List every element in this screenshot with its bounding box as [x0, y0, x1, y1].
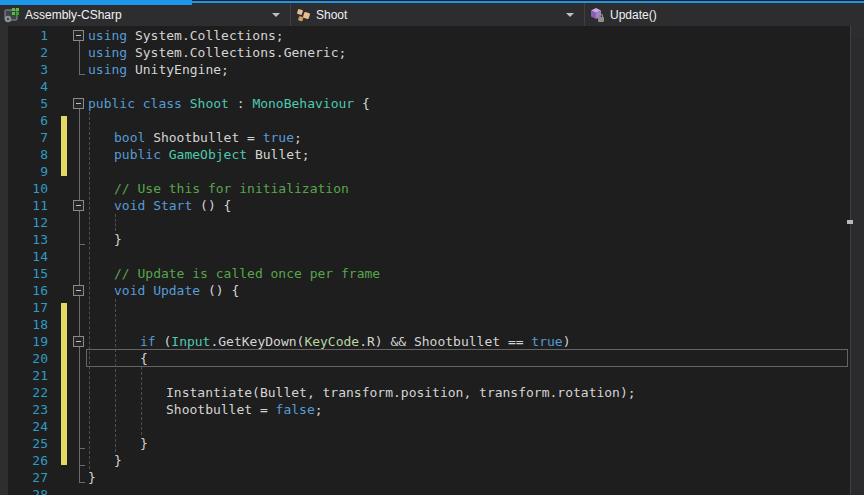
vs-editor-window: Assembly-CSharp Shoot Update()	[0, 0, 864, 495]
code-text: {	[140, 350, 148, 367]
line-number: 27	[8, 469, 48, 486]
code-line[interactable]: 21	[0, 367, 849, 384]
type-dropdown[interactable]: Shoot	[291, 3, 585, 26]
line-number: 16	[8, 282, 48, 299]
line-number: 7	[8, 129, 48, 146]
code-text: using System.Collections;	[88, 27, 284, 44]
code-line[interactable]: 4	[0, 78, 849, 95]
active-tab-indicator	[0, 0, 192, 5]
code-text: void Start () {	[114, 197, 231, 214]
line-number: 11	[8, 197, 48, 214]
code-text: }	[88, 469, 96, 486]
code-line[interactable]: 28	[0, 486, 849, 495]
line-number: 19	[8, 333, 48, 350]
code-line[interactable]: 12	[0, 214, 849, 231]
csharp-project-icon	[4, 7, 20, 23]
line-number: 5	[8, 95, 48, 112]
code-line[interactable]: 6	[0, 112, 849, 129]
code-line[interactable]: 11void Start () {	[0, 197, 849, 214]
line-number: 10	[8, 180, 48, 197]
code-line[interactable]: 26}	[0, 452, 849, 469]
code-text: Instantiate(Bullet, transform.position, …	[166, 384, 636, 401]
code-text: public GameObject Bullet;	[114, 146, 310, 163]
line-number: 23	[8, 401, 48, 418]
method-private-icon	[589, 7, 605, 23]
line-number: 20	[8, 350, 48, 367]
chevron-down-icon[interactable]	[272, 13, 280, 17]
scrollbar-up-arrow[interactable]	[851, 26, 864, 38]
line-number: 14	[8, 248, 48, 265]
line-number: 2	[8, 44, 48, 61]
code-text: using UnityEngine;	[88, 61, 229, 78]
code-line[interactable]: 8public GameObject Bullet;	[0, 146, 849, 163]
code-line[interactable]: 27}	[0, 469, 849, 486]
line-number: 9	[8, 163, 48, 180]
code-line[interactable]: 2using System.Collections.Generic;	[0, 44, 849, 61]
line-number: 8	[8, 146, 48, 163]
line-number: 28	[8, 486, 48, 495]
line-number: 17	[8, 299, 48, 316]
code-line[interactable]: 24	[0, 418, 849, 435]
code-text: }	[140, 435, 148, 452]
line-number: 6	[8, 112, 48, 129]
navigation-bar: Assembly-CSharp Shoot Update()	[0, 3, 864, 26]
code-line[interactable]: 1using System.Collections;	[0, 27, 849, 44]
line-number: 24	[8, 418, 48, 435]
code-text: }	[114, 231, 122, 248]
code-text: void Update () {	[114, 282, 239, 299]
project-dropdown[interactable]: Assembly-CSharp	[0, 3, 291, 26]
project-dropdown-label: Assembly-CSharp	[25, 8, 122, 22]
code-text: bool Shootbullet = true;	[114, 129, 302, 146]
code-line[interactable]: 22Instantiate(Bullet, transform.position…	[0, 384, 849, 401]
code-text: }	[114, 452, 122, 469]
vertical-scrollbar[interactable]	[850, 26, 864, 495]
line-number: 18	[8, 316, 48, 333]
code-line[interactable]: 23Shootbullet = false;	[0, 401, 849, 418]
line-number: 1	[8, 27, 48, 44]
code-line[interactable]: 7bool Shootbullet = true;	[0, 129, 849, 146]
scrollbar-annotation-marker	[847, 220, 853, 224]
line-number: 12	[8, 214, 48, 231]
code-editor[interactable]: 1using System.Collections;2using System.…	[0, 26, 864, 495]
code-line[interactable]: 16void Update () {	[0, 282, 849, 299]
code-line[interactable]: 15// Update is called once per frame	[0, 265, 849, 282]
line-number: 26	[8, 452, 48, 469]
member-dropdown-label: Update()	[610, 8, 657, 22]
code-text: // Update is called once per frame	[114, 265, 380, 282]
chevron-down-icon[interactable]	[566, 13, 574, 17]
line-number: 22	[8, 384, 48, 401]
code-line[interactable]: 20{	[0, 350, 849, 367]
code-line[interactable]: 5public class Shoot : MonoBehaviour {	[0, 95, 849, 112]
class-icon	[295, 7, 311, 23]
code-text: using System.Collections.Generic;	[88, 44, 346, 61]
type-dropdown-label: Shoot	[316, 8, 347, 22]
code-text: // Use this for initialization	[114, 180, 349, 197]
code-line[interactable]: 3using UnityEngine;	[0, 61, 849, 78]
code-line[interactable]: 10// Use this for initialization	[0, 180, 849, 197]
code-text: Shootbullet = false;	[166, 401, 323, 418]
member-dropdown[interactable]: Update()	[585, 3, 864, 26]
line-number: 25	[8, 435, 48, 452]
code-text: public class Shoot : MonoBehaviour {	[88, 95, 370, 112]
code-line[interactable]: 14	[0, 248, 849, 265]
code-line[interactable]: 18	[0, 316, 849, 333]
code-line[interactable]: 19if (Input.GetKeyDown(KeyCode.R) && Sho…	[0, 333, 849, 350]
line-number: 3	[8, 61, 48, 78]
code-line[interactable]: 17	[0, 299, 849, 316]
code-line[interactable]: 13}	[0, 231, 849, 248]
code-line[interactable]: 25}	[0, 435, 849, 452]
line-number: 21	[8, 367, 48, 384]
code-text: if (Input.GetKeyDown(KeyCode.R) && Shoot…	[140, 333, 571, 350]
line-number: 15	[8, 265, 48, 282]
line-number: 4	[8, 78, 48, 95]
code-line[interactable]: 9	[0, 163, 849, 180]
line-number: 13	[8, 231, 48, 248]
